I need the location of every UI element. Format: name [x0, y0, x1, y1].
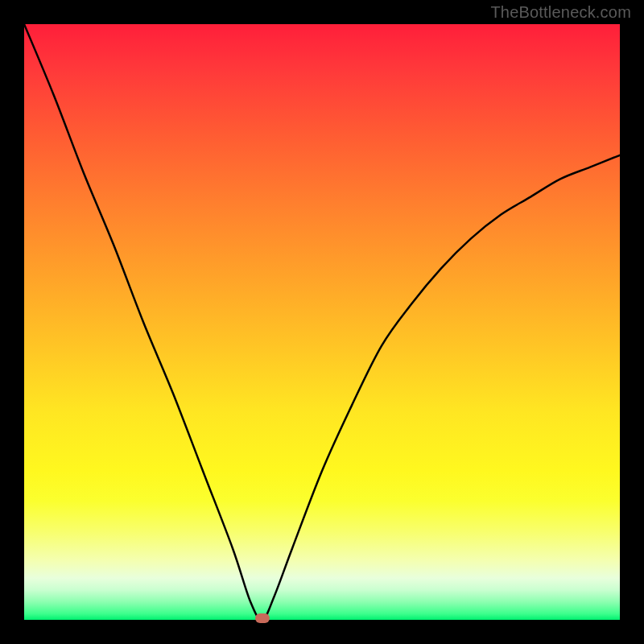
bottleneck-curve	[24, 24, 620, 620]
optimal-marker	[255, 613, 270, 623]
plot-area	[24, 24, 620, 620]
watermark-text: TheBottleneck.com	[490, 3, 631, 22]
chart-frame: TheBottleneck.com	[0, 0, 644, 644]
